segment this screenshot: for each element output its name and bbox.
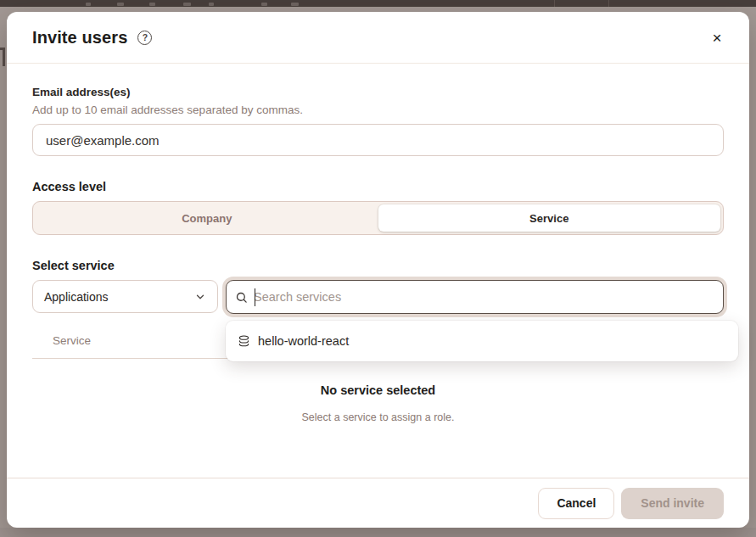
- invite-users-modal: Invite users ? × Email address(es) Add u…: [7, 12, 749, 528]
- email-helper-text: Add up to 10 email addresses separated b…: [32, 103, 724, 116]
- topbar-text-fragment: [291, 3, 299, 6]
- overlay-bottom-strip: [0, 528, 756, 537]
- select-service-row: Applications: [32, 280, 724, 314]
- access-level-segmented-control: Company Service: [32, 201, 724, 235]
- topbar-text-fragment: [261, 3, 267, 6]
- background-page-heading-fragment: [0, 48, 5, 66]
- topbar-text-fragment: [209, 3, 214, 6]
- search-result-item[interactable]: hello-world-react: [226, 324, 738, 358]
- service-type-dropdown[interactable]: Applications: [32, 280, 218, 313]
- modal-body: Email address(es) Add up to 10 email add…: [7, 64, 749, 478]
- modal-title: Invite users: [32, 28, 127, 48]
- segment-service[interactable]: Service: [378, 204, 721, 232]
- stack-icon: [238, 334, 250, 349]
- search-results-panel: hello-world-react: [226, 321, 738, 361]
- send-invite-button[interactable]: Send invite: [621, 488, 724, 519]
- topbar-text-fragment: [183, 3, 191, 6]
- segment-company[interactable]: Company: [36, 204, 378, 232]
- empty-state: No service selected Select a service to …: [32, 383, 724, 423]
- select-service-label: Select service: [32, 259, 724, 272]
- chevron-down-icon: [194, 291, 206, 303]
- search-services-input[interactable]: [254, 290, 714, 304]
- access-level-label: Access level: [32, 180, 724, 193]
- email-label: Email address(es): [32, 86, 724, 98]
- close-icon[interactable]: ×: [705, 25, 729, 49]
- background-topbar: [0, 0, 756, 7]
- search-services-field[interactable]: [226, 280, 724, 314]
- topbar-separator: [554, 0, 555, 7]
- help-icon[interactable]: ?: [137, 31, 152, 45]
- empty-state-title: No service selected: [32, 383, 724, 397]
- topbar-text-fragment: [117, 3, 124, 6]
- text-caret: [255, 288, 255, 306]
- search-icon: [235, 291, 248, 304]
- search-result-name: hello-world-react: [258, 334, 349, 348]
- service-type-dropdown-value: Applications: [44, 290, 109, 304]
- email-field[interactable]: [32, 124, 724, 156]
- topbar-text-fragment: [86, 3, 91, 6]
- empty-state-subtitle: Select a service to assign a role.: [32, 411, 724, 423]
- topbar-text-fragment: [149, 3, 155, 6]
- modal-footer: Cancel Send invite: [7, 478, 749, 528]
- cancel-button[interactable]: Cancel: [538, 488, 614, 519]
- topbar-separator: [608, 0, 609, 7]
- modal-header: Invite users ? ×: [7, 12, 749, 64]
